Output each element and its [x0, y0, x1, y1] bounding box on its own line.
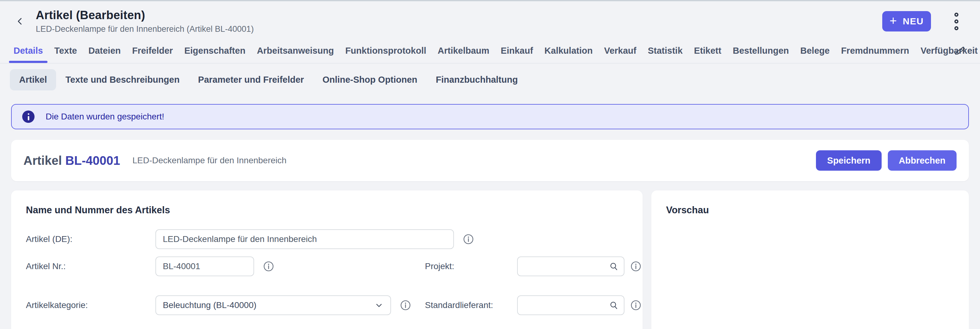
tab-statistik[interactable]: Statistik: [648, 38, 683, 63]
new-button[interactable]: + NEU: [882, 11, 931, 32]
article-form-card: Name und Nummer des Artikels Artikel (DE…: [11, 190, 643, 329]
form-row-artikelkategorie: Artikelkategorie: Beleuchtung (BL-40000)…: [26, 295, 628, 315]
form-row-projekt: Projekt:: [425, 257, 642, 276]
artikel-de-label: Artikel (DE):: [26, 234, 156, 244]
artikel-nr-label: Artikel Nr.:: [26, 261, 156, 271]
article-title: Artikel BL-40001: [24, 154, 120, 168]
artikelkategorie-label: Artikelkategorie:: [26, 300, 156, 310]
form-row-standardlieferant: Standardlieferant:: [425, 295, 642, 315]
subtab-finanzbuchhaltung[interactable]: Finanzbuchhaltung: [426, 69, 527, 90]
subtab-online-shop-optionen[interactable]: Online-Shop Optionen: [313, 69, 427, 90]
artikelkategorie-value: Beleuchtung (BL-40000): [163, 300, 256, 310]
preview-panel: Vorschau: [651, 190, 969, 329]
edit-pencil-icon[interactable]: [954, 44, 967, 59]
subtab-texte-und-beschreibungen[interactable]: Texte und Beschreibungen: [56, 69, 189, 90]
article-header-card: Artikel BL-40001 LED-Deckenlampe für den…: [11, 140, 969, 181]
page-subtitle: LED-Deckenlampe für den Innenbereich (Ar…: [36, 24, 254, 34]
saved-info-banner: Die Daten wurden gespeichert!: [11, 104, 969, 129]
article-number: BL-40001: [65, 154, 120, 167]
tab-details[interactable]: Details: [14, 38, 43, 63]
info-icon[interactable]: [263, 260, 274, 272]
tab-eigenschaften[interactable]: Eigenschaften: [185, 38, 245, 63]
tab-dateien[interactable]: Dateien: [89, 38, 121, 63]
chevron-down-icon: [374, 300, 383, 310]
tab-arbeitsanweisung[interactable]: Arbeitsanweisung: [257, 38, 334, 63]
subtab-parameter-und-freifelder[interactable]: Parameter und Freifelder: [189, 69, 313, 90]
page-header: Artikel (Bearbeiten) LED-Deckenlampe für…: [0, 1, 980, 38]
tab-funktionsprotokoll[interactable]: Funktionsprotokoll: [345, 38, 426, 63]
form-row-artikel-nr: Artikel Nr.: Projekt:: [26, 257, 628, 276]
info-filled-icon: [22, 110, 35, 123]
info-icon[interactable]: [630, 260, 642, 272]
tab-verfügbarkeit[interactable]: Verfügbarkeit: [921, 38, 978, 63]
projekt-search-field: [517, 257, 624, 276]
artikel-de-input[interactable]: [156, 229, 454, 249]
header-actions: + NEU: [882, 11, 960, 32]
tab-list: DetailsTexteDateienFreifelderEigenschaft…: [14, 38, 978, 63]
projekt-input[interactable]: [517, 257, 624, 276]
chevron-left-icon: [15, 16, 25, 27]
tab-bestellungen[interactable]: Bestellungen: [733, 38, 789, 63]
banner-message: Die Daten wurden gespeichert!: [46, 112, 164, 121]
article-actions: Speichern Abbrechen: [816, 150, 956, 171]
tab-etikett[interactable]: Etikett: [694, 38, 722, 63]
sub-tab-list: ArtikelTexte und BeschreibungenParameter…: [10, 69, 527, 90]
tab-fremdnummern[interactable]: Fremdnummern: [841, 38, 909, 63]
kebab-menu-icon[interactable]: [953, 11, 960, 32]
tab-texte[interactable]: Texte: [54, 38, 77, 63]
main-content: Name und Nummer des Artikels Artikel (DE…: [11, 190, 969, 329]
tab-kalkulation[interactable]: Kalkulation: [544, 38, 593, 63]
save-button[interactable]: Speichern: [816, 150, 881, 171]
tab-einkauf[interactable]: Einkauf: [501, 38, 533, 63]
article-title-prefix: Artikel: [24, 154, 62, 167]
info-icon[interactable]: [630, 299, 642, 311]
tab-bar: DetailsTexteDateienFreifelderEigenschaft…: [0, 38, 980, 64]
sub-tab-bar: ArtikelTexte und BeschreibungenParameter…: [0, 69, 980, 90]
back-button[interactable]: [15, 16, 25, 27]
standardlieferant-label: Standardlieferant:: [425, 300, 517, 310]
tab-verkauf[interactable]: Verkauf: [604, 38, 636, 63]
form-section-title: Name und Nummer des Artikels: [26, 204, 628, 216]
tab-belege[interactable]: Belege: [800, 38, 829, 63]
info-icon[interactable]: [400, 299, 411, 311]
artikel-nr-input[interactable]: [156, 257, 254, 276]
article-description: LED-Deckenlampe für den Innenbereich: [133, 155, 287, 165]
standardlieferant-search-field: [517, 295, 624, 315]
info-icon[interactable]: [463, 233, 474, 245]
title-block: Artikel (Bearbeiten) LED-Deckenlampe für…: [36, 9, 254, 34]
projekt-label: Projekt:: [425, 261, 517, 271]
page-title: Artikel (Bearbeiten): [36, 9, 254, 22]
subtab-artikel[interactable]: Artikel: [10, 69, 56, 90]
artikelkategorie-select[interactable]: Beleuchtung (BL-40000): [156, 295, 391, 315]
cancel-button[interactable]: Abbrechen: [888, 150, 956, 171]
preview-title: Vorschau: [666, 204, 954, 216]
standardlieferant-input[interactable]: [517, 295, 624, 315]
form-row-artikel-de: Artikel (DE):: [26, 229, 628, 249]
tab-freifelder[interactable]: Freifelder: [132, 38, 173, 63]
tab-artikelbaum[interactable]: Artikelbaum: [438, 38, 489, 63]
new-button-label: NEU: [903, 16, 924, 27]
